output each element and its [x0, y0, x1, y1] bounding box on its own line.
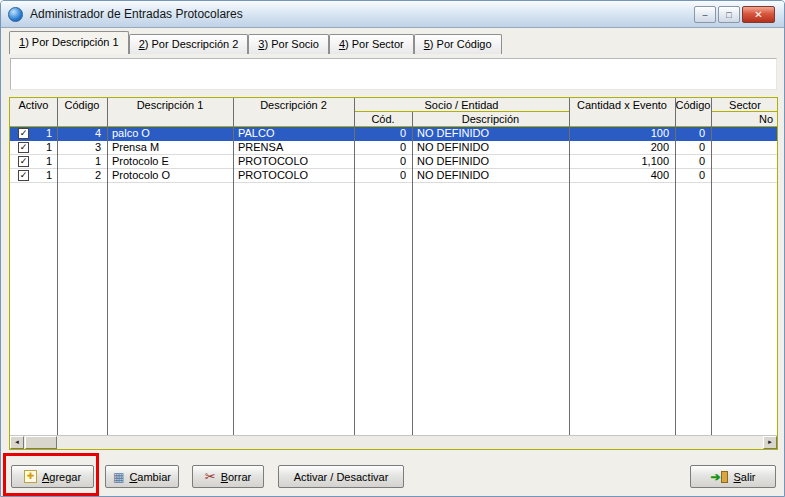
- filter-input[interactable]: [10, 58, 777, 90]
- grid-column-divider: [412, 112, 413, 435]
- cell-codigo: 2: [57, 169, 107, 182]
- cell-activo: ✓1: [10, 155, 57, 168]
- exit-icon: ➔: [710, 470, 728, 484]
- minimize-button[interactable]: –: [694, 6, 716, 23]
- maximize-button[interactable]: □: [718, 6, 740, 23]
- col-header-socio-entidad: Socio / Entidad: [354, 98, 569, 112]
- table-row[interactable]: ✓14palco OPALCO0NO DEFINIDO1000: [10, 127, 777, 141]
- cell-desc1: Protocolo E: [107, 155, 233, 168]
- active-value: 1: [46, 141, 52, 154]
- cell-codigo: 1: [57, 155, 107, 168]
- grid-column-divider: [107, 98, 108, 435]
- tab-por-socio[interactable]: 3) Por Socio: [248, 34, 329, 54]
- activar-desactivar-button[interactable]: Activar / Desactivar: [278, 465, 404, 488]
- edit-icon: ▦: [113, 471, 124, 483]
- cell-socio_cod: 0: [354, 169, 412, 182]
- close-button[interactable]: ✕: [742, 6, 775, 23]
- tab-por-codigo[interactable]: 5) Por Código: [414, 34, 502, 54]
- cell-sector: [711, 169, 777, 182]
- scroll-right-button[interactable]: ►: [763, 436, 777, 449]
- col-header-codigo: Código: [57, 98, 107, 112]
- dialog-window: Administrador de Entradas Protocolares –…: [0, 0, 785, 497]
- col-header-socio-cod: Cód.: [354, 112, 412, 126]
- active-checkbox[interactable]: ✓: [18, 170, 29, 181]
- col-header-socio-descripcion: Descripción: [412, 112, 569, 126]
- cell-codigo: 3: [57, 141, 107, 154]
- exit-arrow-icon: ➔: [710, 470, 720, 484]
- cell-codigo2: 0: [675, 155, 711, 168]
- col-header-blank: [675, 112, 711, 126]
- cell-codigo: 4: [57, 127, 107, 140]
- active-checkbox[interactable]: ✓: [18, 156, 29, 167]
- active-value: 1: [46, 169, 52, 182]
- col-header-blank: [57, 112, 107, 126]
- grid-column-divider: [57, 98, 58, 435]
- col-header-codigo-2: Código: [675, 98, 711, 112]
- cell-desc1: palco O: [107, 127, 233, 140]
- cell-desc1: Protocolo O: [107, 169, 233, 182]
- cell-desc2: PRENSA: [233, 141, 354, 154]
- salir-button[interactable]: ➔ Salir: [690, 465, 776, 488]
- scissors-icon: ✂: [205, 470, 216, 483]
- scroll-thumb[interactable]: [25, 436, 57, 449]
- active-value: 1: [46, 155, 52, 168]
- grid-column-divider: [711, 98, 712, 435]
- col-header-blank: [10, 112, 57, 126]
- active-checkbox[interactable]: ✓: [18, 142, 29, 153]
- cell-codigo2: 0: [675, 141, 711, 154]
- cell-cantidad: 200: [569, 141, 675, 154]
- cell-socio_desc: NO DEFINIDO: [412, 141, 569, 154]
- window-controls: – □ ✕: [694, 6, 775, 23]
- cell-cantidad: 1,100: [569, 155, 675, 168]
- maximize-icon: □: [726, 10, 731, 20]
- door-icon: [721, 471, 728, 483]
- agregar-button[interactable]: ✚ Agregar: [11, 465, 94, 488]
- cell-socio_cod: 0: [354, 155, 412, 168]
- grid-column-divider: [569, 98, 570, 435]
- cell-codigo2: 0: [675, 169, 711, 182]
- table-row[interactable]: ✓13Prensa MPRENSA0NO DEFINIDO2000: [10, 141, 777, 155]
- cell-socio_cod: 0: [354, 141, 412, 154]
- cambiar-button[interactable]: ▦ Cambiar: [105, 465, 179, 488]
- cell-socio_cod: 0: [354, 127, 412, 140]
- grid-column-divider: [233, 98, 234, 435]
- active-checkbox[interactable]: ✓: [18, 128, 29, 139]
- cell-sector: [711, 155, 777, 168]
- titlebar: Administrador de Entradas Protocolares –…: [1, 1, 784, 28]
- cell-desc2: PALCO: [233, 127, 354, 140]
- grid-header: Activo Código Descripción 1 Descripción …: [10, 98, 777, 127]
- cell-cantidad: 400: [569, 169, 675, 182]
- app-icon: [8, 7, 23, 22]
- col-header-descripcion-1: Descripción 1: [107, 98, 233, 112]
- cell-activo: ✓1: [10, 141, 57, 154]
- col-header-descripcion-2: Descripción 2: [233, 98, 354, 112]
- cell-desc2: PROTOCOLO: [233, 169, 354, 182]
- data-grid: Activo Código Descripción 1 Descripción …: [9, 97, 778, 450]
- col-header-sector-no: No: [711, 112, 778, 126]
- cell-codigo2: 0: [675, 127, 711, 140]
- cell-activo: ✓1: [10, 127, 57, 140]
- tab-por-descripcion-1[interactable]: 1) Por Descripción 1: [9, 31, 129, 54]
- table-row[interactable]: ✓11Protocolo EPROTOCOLO0NO DEFINIDO1,100…: [10, 155, 777, 169]
- tab-por-descripcion-2[interactable]: 2) Por Descripción 2: [129, 34, 249, 54]
- cell-desc2: PROTOCOLO: [233, 155, 354, 168]
- window-title: Administrador de Entradas Protocolares: [30, 7, 243, 21]
- tab-por-sector[interactable]: 4) Por Sector: [329, 34, 414, 54]
- horizontal-scrollbar[interactable]: ◄ ►: [10, 435, 777, 449]
- grid-column-divider: [675, 98, 676, 435]
- table-row[interactable]: ✓12Protocolo OPROTOCOLO0NO DEFINIDO4000: [10, 169, 777, 183]
- cell-socio_desc: NO DEFINIDO: [412, 169, 569, 182]
- col-header-blank: [107, 112, 233, 126]
- grid-column-divider: [354, 98, 355, 435]
- cell-socio_desc: NO DEFINIDO: [412, 127, 569, 140]
- borrar-button[interactable]: ✂ Borrar: [192, 465, 264, 488]
- cell-desc1: Prensa M: [107, 141, 233, 154]
- close-icon: ✕: [754, 9, 762, 20]
- add-icon: ✚: [24, 470, 37, 483]
- grid-body: ✓14palco OPALCO0NO DEFINIDO1000✓13Prensa…: [10, 127, 777, 435]
- cell-sector: [711, 141, 777, 154]
- grid-header-row-1: Activo Código Descripción 1 Descripción …: [10, 98, 777, 112]
- scroll-left-button[interactable]: ◄: [10, 436, 24, 449]
- cell-cantidad: 100: [569, 127, 675, 140]
- col-header-activo: Activo: [10, 98, 57, 112]
